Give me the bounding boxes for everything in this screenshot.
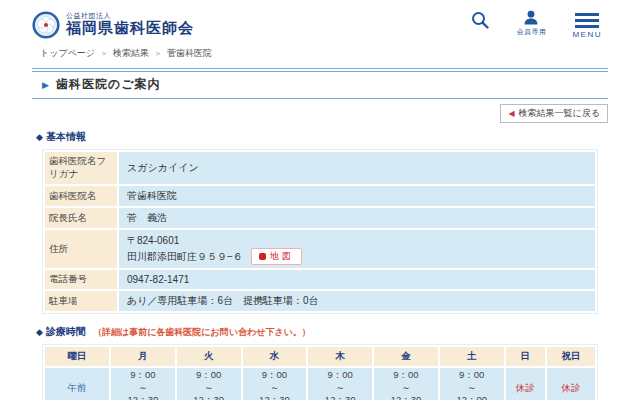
table-row-director: 院長氏名 菅 義浩 <box>45 208 595 228</box>
address-cell: 〒824-0601 田川郡添田町庄９５９−６ 地図 <box>119 230 595 268</box>
hours-col-wed: 水 <box>243 347 307 366</box>
hours-row-morning: 午前 9：00 ～ 12：30 9：00 ～ 12：30 9：00 ～ 12：3… <box>45 368 595 400</box>
morning-row-label: 午前 <box>45 368 109 400</box>
morning-sun: 休診 <box>506 368 546 400</box>
member-login-label: 会員専用 <box>516 27 546 37</box>
clinic-name-value: 菅歯科医院 <box>119 186 595 206</box>
hours-col-sun: 日 <box>506 347 546 366</box>
furigana-value: スガシカイイン <box>119 152 595 184</box>
hours-col-fri: 金 <box>374 347 438 366</box>
map-pin-icon <box>259 253 266 260</box>
section-diamond-icon: ◆ <box>36 327 43 337</box>
person-icon <box>523 10 539 25</box>
map-button-label: 地図 <box>270 250 294 263</box>
title-arrow-icon: ▶ <box>42 80 49 90</box>
phone-label: 電話番号 <box>45 270 117 289</box>
section-diamond-icon: ◆ <box>36 132 43 142</box>
hours-section-heading: ◆ 診療時間 （詳細は事前に各歯科医院にお問い合わせ下さい。） <box>32 325 608 339</box>
hours-col-tue: 火 <box>177 347 241 366</box>
search-button[interactable] <box>470 10 490 30</box>
site-header: 公益社団法人 福岡県歯科医師会 会員専用 MENU <box>0 0 640 46</box>
morning-holiday: 休診 <box>547 368 595 400</box>
basic-info-section-heading: ◆ 基本情報 <box>32 130 608 144</box>
hamburger-icon <box>575 10 599 28</box>
address-label: 住所 <box>45 230 117 268</box>
hours-col-mon: 月 <box>111 347 175 366</box>
breadcrumb-current-page: 菅歯科医院 <box>167 47 212 60</box>
association-emblem-icon <box>32 11 60 39</box>
table-row-parking: 駐車場 あり／専用駐車場：6台 提携駐車場：0台 <box>45 291 595 311</box>
table-row-phone: 電話番号 0947-82-1471 <box>45 270 595 289</box>
back-to-results-label: 検索結果一覧に戻る <box>519 107 600 120</box>
table-row-furigana: 歯科医院名フリガナ スガシカイイン <box>45 152 595 184</box>
hours-col-sat: 土 <box>440 347 504 366</box>
table-row-clinic-name: 歯科医院名 菅歯科医院 <box>45 186 595 206</box>
director-label: 院長氏名 <box>45 208 117 228</box>
hours-col-day: 曜日 <box>45 347 109 366</box>
back-row: ◀ 検索結果一覧に戻る <box>32 104 608 123</box>
director-value: 菅 義浩 <box>119 208 595 228</box>
parking-value: あり／専用駐車場：6台 提携駐車場：0台 <box>119 291 595 311</box>
menu-button[interactable]: MENU <box>572 10 602 39</box>
basic-info-table: 歯科医院名フリガナ スガシカイイン 歯科医院名 菅歯科医院 院長氏名 菅 義浩 … <box>42 149 598 314</box>
hours-section-note: （詳細は事前に各歯科医院にお問い合わせ下さい。） <box>93 326 311 339</box>
address-street: 田川郡添田町庄９５９−６ <box>127 250 243 264</box>
hours-col-thu: 木 <box>308 347 372 366</box>
back-to-results-button[interactable]: ◀ 検索結果一覧に戻る <box>500 104 608 123</box>
address-postal-code: 〒824-0601 <box>127 233 587 248</box>
main-content: ▶ 歯科医院のご案内 ◀ 検索結果一覧に戻る ◆ 基本情報 歯科医院名フリガナ … <box>0 68 640 400</box>
breadcrumb-separator: ＞ <box>154 48 162 59</box>
hours-col-holiday: 祝日 <box>547 347 595 366</box>
parking-label: 駐車場 <box>45 291 117 311</box>
breadcrumb-home-link[interactable]: トップページ <box>40 47 95 60</box>
phone-value: 0947-82-1471 <box>119 270 595 289</box>
clinic-name-label: 歯科医院名 <box>45 186 117 206</box>
breadcrumb-search-results-link[interactable]: 検索結果 <box>113 47 149 60</box>
morning-wed: 9：00 ～ 12：30 <box>243 368 307 400</box>
breadcrumb: トップページ ＞ 検索結果 ＞ 菅歯科医院 <box>0 47 640 60</box>
basic-info-section-title: 基本情報 <box>46 130 86 144</box>
morning-thu: 9：00 ～ 12：30 <box>308 368 372 400</box>
site-logo[interactable]: 公益社団法人 福岡県歯科医師会 <box>32 11 194 39</box>
org-name-title: 福岡県歯科医師会 <box>66 20 194 37</box>
morning-sat: 9：00 ～ 12：00 <box>440 368 504 400</box>
member-login-button[interactable]: 会員専用 <box>516 10 546 37</box>
hours-section-title: 診療時間 <box>46 325 86 339</box>
hours-table: 曜日 月 火 水 木 金 土 日 祝日 午前 9：00 ～ 12：30 9：00… <box>42 344 598 400</box>
page-title-bar: ▶ 歯科医院のご案内 <box>32 68 608 99</box>
furigana-label: 歯科医院名フリガナ <box>45 152 117 184</box>
map-button[interactable]: 地図 <box>251 248 302 265</box>
menu-label: MENU <box>572 30 602 39</box>
morning-tue: 9：00 ～ 12：30 <box>177 368 241 400</box>
search-icon <box>470 10 490 30</box>
page-title: 歯科医院のご案内 <box>56 76 161 93</box>
morning-fri: 9：00 ～ 12：30 <box>374 368 438 400</box>
hours-header-row: 曜日 月 火 水 木 金 土 日 祝日 <box>45 347 595 366</box>
header-actions: 会員専用 MENU <box>470 10 602 39</box>
back-arrow-icon: ◀ <box>508 109 514 118</box>
morning-mon: 9：00 ～ 12：30 <box>111 368 175 400</box>
table-row-address: 住所 〒824-0601 田川郡添田町庄９５９−６ 地図 <box>45 230 595 268</box>
breadcrumb-separator: ＞ <box>100 48 108 59</box>
